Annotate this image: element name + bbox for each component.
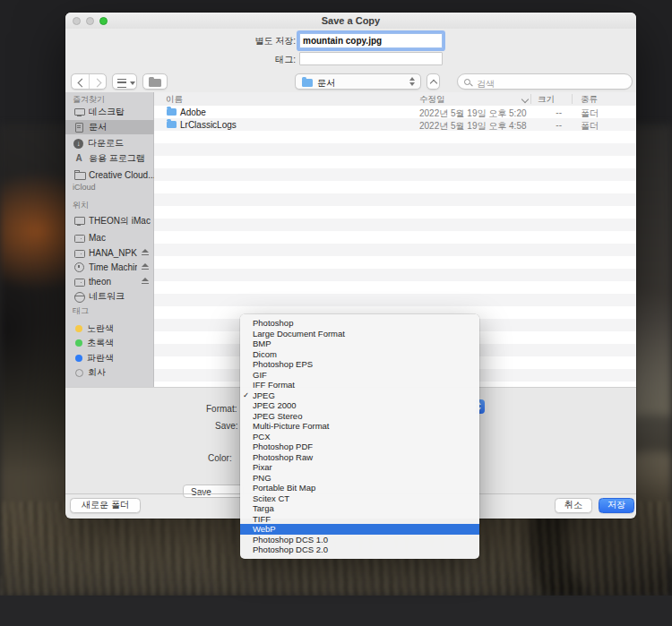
format-menu-item[interactable]: Pixar (240, 462, 479, 473)
location-label: 문서 (317, 77, 335, 90)
format-menu-item[interactable]: Photoshop EPS (240, 359, 479, 370)
format-menu-item[interactable]: Photoshop PDF (240, 442, 479, 452)
column-kind[interactable]: 종류 (581, 94, 598, 106)
chevron-up-icon (430, 80, 437, 87)
nav-segmented-control (71, 73, 107, 90)
new-folder-button[interactable]: 새로운 폴더 (70, 498, 141, 513)
tags-input[interactable] (299, 52, 443, 65)
eject-icon[interactable] (142, 263, 149, 270)
sidebar-item-desktop[interactable]: 데스크탑 (65, 105, 154, 119)
format-menu-item[interactable]: BMP (240, 339, 479, 349)
column-date-modified[interactable]: 수정일 (419, 94, 445, 106)
blue-tag-icon (75, 355, 82, 362)
network-globe-icon (73, 291, 84, 302)
format-menu-item[interactable]: Photoshop Raw (240, 452, 479, 463)
save-partial-button[interactable]: Save (183, 485, 244, 498)
download-icon: ↓ (73, 139, 83, 149)
sidebar-item-downloads[interactable]: ↓ 다운로드 (65, 136, 154, 150)
sidebar-item-mac[interactable]: Mac (65, 230, 154, 244)
background-bottom-band (0, 596, 672, 626)
format-menu-item[interactable]: Scitex CT (240, 493, 479, 504)
sidebar-tag-yellow[interactable]: 노란색 (65, 322, 154, 336)
format-menu-item[interactable]: Photoshop (240, 318, 479, 329)
back-button[interactable] (72, 74, 90, 89)
green-tag-icon (75, 339, 82, 347)
time-machine-icon (73, 262, 84, 272)
search-icon (464, 79, 470, 85)
eject-icon[interactable] (142, 278, 149, 285)
filename-input[interactable] (299, 33, 443, 48)
sidebar-item-documents[interactable]: 문서 (65, 120, 154, 134)
format-menu-item[interactable]: IFF Format (240, 380, 479, 390)
search-placeholder: 검색 (477, 78, 495, 90)
format-menu-item-checked[interactable]: ✓ JPEG (240, 390, 479, 401)
dialog-title: Save a Copy (65, 15, 636, 26)
format-menu-item[interactable]: PNG (240, 473, 479, 484)
chevron-left-icon (78, 78, 87, 87)
locations-header: 위치 (73, 200, 89, 211)
icloud-header: iCloud (73, 183, 96, 192)
format-menu-item[interactable]: Large Document Format (240, 329, 479, 339)
gray-tag-icon (75, 369, 83, 377)
format-menu-item[interactable]: Photoshop DCS 1.0 (240, 535, 479, 545)
format-menu-item[interactable]: Portable Bit Map (240, 483, 479, 493)
eject-icon[interactable] (142, 249, 149, 256)
external-drive-icon (73, 247, 84, 258)
screen: Save a Copy 별도 저장: 태그: 문서 (0, 0, 672, 626)
search-field[interactable]: 검색 (457, 73, 633, 90)
format-menu-item[interactable]: TIFF (240, 514, 479, 525)
toolbar: 문서 검색 (65, 70, 636, 92)
sidebar-item-creative-cloud[interactable]: Creative Cloud... (65, 167, 154, 182)
table-row[interactable]: LrClassicLogs 2022년 5월 19일 오후 4:58 -- 폴더 (154, 118, 636, 131)
sidebar-item-imac[interactable]: THEON의 iMac (65, 214, 154, 228)
format-menu-item[interactable]: Dicom (240, 349, 479, 360)
sidebar-tag-green[interactable]: 초록색 (65, 336, 154, 350)
color-options-label: Color: (208, 453, 232, 463)
sidebar-tag-company[interactable]: 회사 (65, 365, 154, 380)
stepper-icon (409, 77, 415, 86)
format-menu-item[interactable]: JPEG Stereo (240, 411, 479, 422)
format-menu-item[interactable]: Multi-Picture Format (240, 421, 479, 432)
yellow-tag-icon (75, 325, 82, 332)
format-menu-item[interactable]: Targa (240, 503, 479, 514)
desktop-icon (73, 107, 84, 117)
column-divider (572, 94, 573, 104)
sidebar-item-network[interactable]: 네트워크 (65, 289, 154, 304)
folder-icon (73, 169, 84, 180)
cancel-button[interactable]: 취소 (555, 498, 592, 513)
column-size[interactable]: 크기 (538, 94, 555, 106)
sidebar-item-time-machine[interactable]: Time Machine (65, 260, 154, 274)
folder-icon (167, 108, 177, 116)
sidebar-item-applications[interactable]: A 응용 프로그램 (65, 151, 154, 166)
format-menu-item[interactable]: GIF (240, 370, 479, 381)
save-button[interactable]: 저장 (599, 498, 634, 513)
format-menu-item[interactable]: PCX (240, 432, 479, 442)
column-name[interactable]: 이름 (166, 94, 183, 106)
format-label: Format: (206, 404, 237, 414)
folder-icon (167, 121, 177, 128)
format-menu-item[interactable]: JPEG 2000 (240, 400, 479, 411)
location-popup[interactable]: 문서 (295, 73, 421, 90)
sort-chevron-icon (521, 96, 529, 103)
document-icon (73, 122, 84, 133)
list-view-icon (117, 79, 126, 88)
imac-icon (73, 216, 84, 227)
titlebar[interactable]: Save a Copy (65, 13, 636, 29)
checkmark-icon: ✓ (243, 390, 249, 401)
sidebar-tag-blue[interactable]: 파란색 (65, 351, 154, 365)
sidebar-item-theon[interactable]: theon (65, 274, 154, 288)
drive-icon (73, 276, 84, 287)
blue-folder-icon (302, 79, 313, 87)
parent-folder-button[interactable] (426, 73, 440, 90)
chevron-right-icon (92, 78, 101, 87)
sidebar: 즐겨찾기 데스크탑 문서 ↓ 다운로드 A 응용 프로그램 (65, 92, 154, 387)
view-options-button[interactable] (112, 73, 137, 90)
column-divider (530, 94, 531, 104)
format-menu-item[interactable]: Photoshop DCS 2.0 (240, 545, 479, 555)
sidebar-item-hana-npki[interactable]: HANA_NPKI (65, 245, 154, 260)
caret-down-icon (130, 81, 135, 85)
new-folder-toolbar-button[interactable] (142, 73, 168, 90)
format-menu-item-highlighted[interactable]: WebP (240, 524, 479, 535)
forward-button[interactable] (90, 74, 107, 89)
table-row[interactable]: Adobe 2022년 5월 19일 오후 5:20 -- 폴더 (154, 106, 636, 118)
